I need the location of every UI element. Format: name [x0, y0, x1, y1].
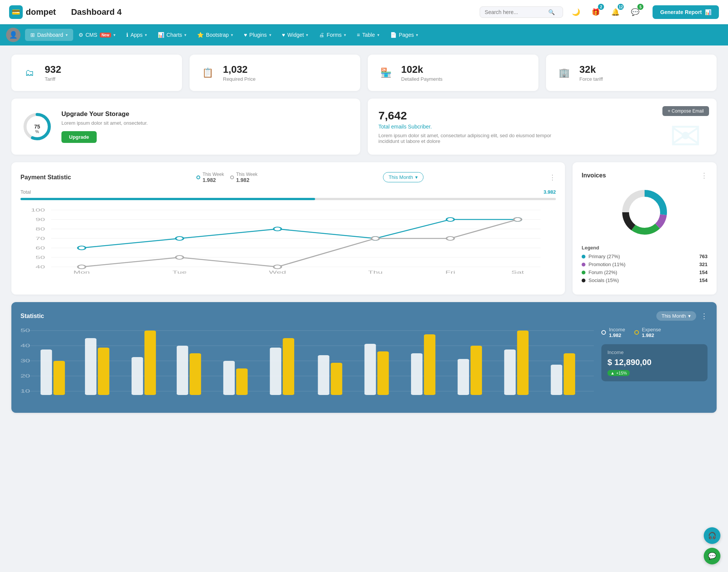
svg-point-28	[78, 265, 85, 269]
payments-label: Detalled Payments	[401, 76, 442, 82]
main-content: 🗂 932 Tariff 📋 1,032 Required Price 🏪 10…	[0, 45, 728, 422]
chat-btn[interactable]: 💬 5	[628, 5, 642, 19]
search-input[interactable]	[485, 9, 545, 15]
storage-title: Upgrade Your Storage	[61, 110, 148, 118]
tariff-label: Tariff	[45, 76, 61, 82]
invoices-donut-svg	[618, 186, 671, 239]
chevron-down-icon: ▾	[415, 174, 418, 180]
income-badge: ▲ +15%	[607, 370, 630, 376]
chevron-down-icon: ▾	[231, 33, 233, 38]
svg-rect-67	[458, 359, 469, 395]
payments-icon: 🏪	[377, 64, 395, 82]
upgrade-button[interactable]: Upgrade	[61, 131, 97, 143]
bar-chart-svg: 50 40 30 20 10	[20, 327, 594, 403]
svg-point-22	[78, 246, 85, 250]
bell-badge: 12	[618, 4, 624, 10]
svg-text:20: 20	[20, 373, 30, 378]
chevron-down-icon: ▾	[66, 33, 68, 38]
svg-rect-57	[223, 361, 235, 395]
legend-primary: Primary (27%) 763	[582, 254, 708, 259]
svg-text:40: 40	[36, 265, 45, 270]
svg-point-23	[176, 237, 183, 240]
invoices-more-btn[interactable]: ⋮	[701, 171, 708, 180]
svg-rect-63	[364, 344, 376, 395]
payment-header: Payment Statistic This Week 1.982 This W…	[20, 171, 556, 183]
svg-text:Fri: Fri	[446, 270, 455, 274]
logo-icon: 💳	[9, 5, 23, 19]
svg-point-29	[176, 255, 183, 259]
nav-item-widget[interactable]: ♥ Widget ▾	[277, 29, 314, 41]
navbar: 👤 ⊞ Dashboard ▾ ⚙ CMS New ▾ ℹ Apps ▾ 📊 C…	[0, 24, 728, 45]
svg-rect-68	[471, 346, 482, 395]
week1-info: This Week 1.982	[202, 171, 224, 183]
invoices-card: Invoices ⋮ Legend	[573, 162, 717, 295]
bell-btn[interactable]: 🔔 12	[609, 5, 622, 19]
income-detail-box: Income $ 12,890,00 ▲ +15%	[601, 344, 708, 381]
dot-promotion	[582, 263, 585, 266]
svg-text:Thu: Thu	[368, 270, 383, 274]
svg-point-33	[514, 218, 521, 221]
chart-bar-icon: 📊	[705, 9, 711, 15]
svg-point-32	[447, 237, 454, 240]
table-icon: ≡	[357, 32, 360, 38]
payments-info: 102k Detalled Payments	[401, 64, 442, 82]
nav-item-bootstrap[interactable]: ⭐ Bootstrap ▾	[192, 29, 238, 41]
svg-rect-61	[318, 355, 329, 395]
statistic-more-btn[interactable]: ⋮	[701, 312, 708, 320]
svg-point-30	[274, 265, 281, 269]
nav-item-pages[interactable]: 📄 Pages ▾	[385, 29, 424, 41]
nav-item-cms[interactable]: ⚙ CMS New ▾	[73, 29, 121, 41]
nav-item-table[interactable]: ≡ Table ▾	[351, 29, 385, 41]
middle-row: 75 % Upgrade Your Storage Lorem ipsum do…	[11, 99, 717, 155]
week2-filter: This Week 1.982	[230, 171, 257, 183]
nav-item-charts[interactable]: 📊 Charts ▾	[152, 29, 192, 41]
svg-text:50: 50	[20, 328, 30, 333]
nav-item-apps[interactable]: ℹ Apps ▾	[121, 29, 152, 41]
widget-icon: ♥	[282, 32, 285, 38]
svg-text:Wed: Wed	[269, 270, 286, 274]
svg-rect-60	[283, 338, 294, 395]
user-avatar: 👤	[6, 28, 20, 42]
payments-number: 102k	[401, 64, 442, 75]
month-selector-button[interactable]: This Month ▾	[383, 172, 424, 182]
force-tariff-number: 32k	[579, 64, 603, 75]
email-subtitle: Total emails Subcriber.	[378, 124, 706, 130]
svg-rect-71	[551, 365, 562, 395]
statistic-sidebar: Income 1.982 Expense 1.982 Income $	[601, 327, 708, 404]
gift-btn[interactable]: 🎁 2	[589, 5, 602, 19]
theme-toggle-btn[interactable]: 🌙	[569, 5, 583, 19]
nav-item-dashboard[interactable]: ⊞ Dashboard ▾	[25, 29, 73, 41]
dot-socials	[582, 279, 585, 282]
svg-text:60: 60	[36, 246, 45, 251]
email-card: + Compose Email 7,642 Total emails Subcr…	[368, 99, 717, 155]
generate-report-button[interactable]: Generate Report 📊	[653, 5, 719, 19]
svg-point-31	[372, 237, 379, 240]
svg-text:100: 100	[31, 208, 45, 213]
nav-item-forms[interactable]: 🖨 Forms ▾	[314, 29, 351, 41]
income-item: Income 1.982	[601, 327, 625, 338]
week1-filter: This Week 1.982	[196, 171, 224, 183]
search-icon[interactable]: 🔍	[548, 9, 555, 15]
header-icons: 🌙 🎁 2 🔔 12 💬 5 Generate Report 📊	[569, 5, 719, 19]
svg-point-26	[447, 218, 454, 221]
svg-rect-69	[504, 349, 516, 395]
arrow-up-icon: ▲	[610, 371, 615, 375]
svg-rect-58	[236, 368, 248, 395]
more-options-button[interactable]: ⋮	[549, 173, 556, 182]
nav-item-plugins[interactable]: ♥ Plugins ▾	[238, 29, 276, 41]
force-tariff-icon: 🏢	[555, 64, 573, 82]
svg-text:Sat: Sat	[511, 270, 524, 274]
svg-rect-62	[331, 363, 342, 395]
stat-cards-row: 🗂 932 Tariff 📋 1,032 Required Price 🏪 10…	[11, 55, 717, 91]
svg-rect-49	[41, 349, 52, 395]
svg-text:90: 90	[36, 217, 45, 222]
chevron-down-icon: ▾	[306, 33, 308, 38]
progress-bar-fill	[20, 198, 315, 200]
statistic-month-button[interactable]: This Month ▾	[656, 311, 696, 321]
tariff-icon: 🗂	[20, 64, 39, 82]
income-expense-row: Income 1.982 Expense 1.982	[601, 327, 708, 338]
statistic-card: Statistic This Month ▾ ⋮	[11, 302, 717, 413]
svg-text:70: 70	[36, 236, 45, 241]
svg-rect-72	[564, 353, 575, 395]
svg-rect-52	[98, 348, 109, 395]
